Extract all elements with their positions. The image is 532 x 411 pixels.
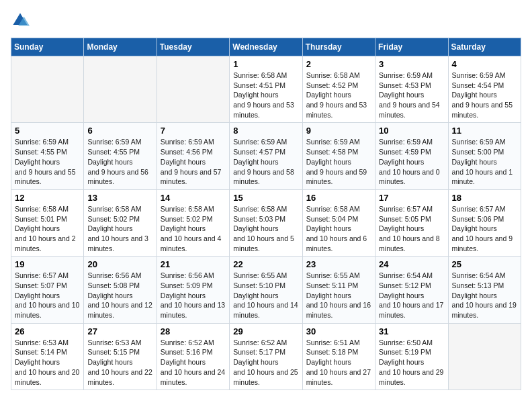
day-info: Sunrise: 6:59 AM Sunset: 4:54 PM Dayligh… (452, 71, 517, 120)
calendar-week-row: 19 Sunrise: 6:57 AM Sunset: 5:07 PM Dayl… (11, 257, 521, 323)
weekday-header-thursday: Thursday (302, 38, 375, 56)
day-number: 9 (306, 126, 371, 136)
day-number: 27 (87, 326, 152, 336)
calendar-week-row: 12 Sunrise: 6:58 AM Sunset: 5:01 PM Dayl… (11, 189, 521, 256)
day-info: Sunrise: 6:58 AM Sunset: 5:02 PM Dayligh… (87, 204, 152, 253)
day-number: 29 (233, 326, 298, 336)
calendar-cell: 21 Sunrise: 6:56 AM Sunset: 5:09 PM Dayl… (157, 257, 229, 323)
calendar-cell: 16 Sunrise: 6:58 AM Sunset: 5:04 PM Dayl… (302, 189, 375, 256)
day-info: Sunrise: 6:51 AM Sunset: 5:18 PM Dayligh… (306, 338, 371, 387)
page-header (11, 11, 521, 30)
day-number: 11 (452, 126, 517, 136)
calendar-cell: 31 Sunrise: 6:50 AM Sunset: 5:19 PM Dayl… (375, 323, 448, 390)
calendar-cell: 8 Sunrise: 6:59 AM Sunset: 4:57 PM Dayli… (230, 123, 302, 189)
day-number: 17 (379, 193, 444, 203)
calendar-cell: 14 Sunrise: 6:58 AM Sunset: 5:02 PM Dayl… (157, 189, 229, 256)
logo-icon (11, 11, 30, 30)
day-number: 22 (233, 259, 298, 269)
day-number: 3 (379, 59, 444, 69)
day-info: Sunrise: 6:56 AM Sunset: 5:09 PM Dayligh… (161, 271, 226, 320)
day-info: Sunrise: 6:59 AM Sunset: 4:53 PM Dayligh… (379, 71, 444, 120)
day-number: 25 (452, 259, 517, 269)
day-number: 5 (15, 126, 80, 136)
weekday-header-row: SundayMondayTuesdayWednesdayThursdayFrid… (11, 38, 521, 56)
day-info: Sunrise: 6:59 AM Sunset: 4:59 PM Dayligh… (379, 137, 444, 186)
calendar-cell: 29 Sunrise: 6:52 AM Sunset: 5:17 PM Dayl… (230, 323, 302, 390)
day-info: Sunrise: 6:59 AM Sunset: 4:58 PM Dayligh… (306, 137, 371, 186)
calendar-cell: 5 Sunrise: 6:59 AM Sunset: 4:55 PM Dayli… (11, 123, 84, 189)
calendar-cell: 30 Sunrise: 6:51 AM Sunset: 5:18 PM Dayl… (302, 323, 375, 390)
calendar-week-row: 5 Sunrise: 6:59 AM Sunset: 4:55 PM Dayli… (11, 123, 521, 189)
day-info: Sunrise: 6:58 AM Sunset: 5:01 PM Dayligh… (15, 204, 80, 253)
day-info: Sunrise: 6:57 AM Sunset: 5:05 PM Dayligh… (379, 204, 444, 253)
day-number: 24 (379, 259, 444, 269)
day-number: 19 (15, 259, 80, 269)
calendar-cell: 7 Sunrise: 6:59 AM Sunset: 4:56 PM Dayli… (157, 123, 229, 189)
calendar-cell (11, 56, 84, 123)
day-number: 8 (233, 126, 298, 136)
weekday-header-saturday: Saturday (448, 38, 521, 56)
logo (11, 11, 32, 30)
day-number: 31 (379, 326, 444, 336)
day-number: 26 (15, 326, 80, 336)
day-number: 18 (452, 193, 517, 203)
day-number: 21 (161, 259, 226, 269)
calendar-cell: 2 Sunrise: 6:58 AM Sunset: 4:52 PM Dayli… (302, 56, 375, 123)
calendar-cell: 19 Sunrise: 6:57 AM Sunset: 5:07 PM Dayl… (11, 257, 84, 323)
day-info: Sunrise: 6:58 AM Sunset: 5:04 PM Dayligh… (306, 204, 371, 253)
calendar-table: SundayMondayTuesdayWednesdayThursdayFrid… (11, 38, 521, 390)
day-number: 10 (379, 126, 444, 136)
day-number: 1 (233, 59, 298, 69)
day-info: Sunrise: 6:58 AM Sunset: 4:52 PM Dayligh… (306, 71, 371, 120)
day-number: 23 (306, 259, 371, 269)
calendar-cell (448, 323, 521, 390)
calendar-cell (84, 56, 157, 123)
calendar-cell: 3 Sunrise: 6:59 AM Sunset: 4:53 PM Dayli… (375, 56, 448, 123)
day-number: 20 (87, 259, 152, 269)
calendar-cell (157, 56, 229, 123)
day-number: 30 (306, 326, 371, 336)
calendar-cell: 17 Sunrise: 6:57 AM Sunset: 5:05 PM Dayl… (375, 189, 448, 256)
day-info: Sunrise: 6:50 AM Sunset: 5:19 PM Dayligh… (379, 338, 444, 387)
day-info: Sunrise: 6:58 AM Sunset: 4:51 PM Dayligh… (233, 71, 298, 120)
day-info: Sunrise: 6:58 AM Sunset: 5:03 PM Dayligh… (233, 204, 298, 253)
day-info: Sunrise: 6:59 AM Sunset: 5:00 PM Dayligh… (452, 137, 517, 186)
weekday-header-wednesday: Wednesday (230, 38, 302, 56)
calendar-cell: 11 Sunrise: 6:59 AM Sunset: 5:00 PM Dayl… (448, 123, 521, 189)
day-info: Sunrise: 6:53 AM Sunset: 5:14 PM Dayligh… (15, 338, 80, 387)
day-info: Sunrise: 6:59 AM Sunset: 4:55 PM Dayligh… (15, 137, 80, 186)
day-info: Sunrise: 6:58 AM Sunset: 5:02 PM Dayligh… (161, 204, 226, 253)
calendar-cell: 15 Sunrise: 6:58 AM Sunset: 5:03 PM Dayl… (230, 189, 302, 256)
day-info: Sunrise: 6:57 AM Sunset: 5:06 PM Dayligh… (452, 204, 517, 253)
calendar-cell: 24 Sunrise: 6:54 AM Sunset: 5:12 PM Dayl… (375, 257, 448, 323)
calendar-cell: 13 Sunrise: 6:58 AM Sunset: 5:02 PM Dayl… (84, 189, 157, 256)
weekday-header-sunday: Sunday (11, 38, 84, 56)
weekday-header-monday: Monday (84, 38, 157, 56)
day-info: Sunrise: 6:59 AM Sunset: 4:55 PM Dayligh… (87, 137, 152, 186)
calendar-cell: 9 Sunrise: 6:59 AM Sunset: 4:58 PM Dayli… (302, 123, 375, 189)
weekday-header-tuesday: Tuesday (157, 38, 229, 56)
day-info: Sunrise: 6:54 AM Sunset: 5:13 PM Dayligh… (452, 271, 517, 320)
calendar-week-row: 1 Sunrise: 6:58 AM Sunset: 4:51 PM Dayli… (11, 56, 521, 123)
weekday-header-friday: Friday (375, 38, 448, 56)
day-info: Sunrise: 6:57 AM Sunset: 5:07 PM Dayligh… (15, 271, 80, 320)
day-info: Sunrise: 6:53 AM Sunset: 5:15 PM Dayligh… (87, 338, 152, 387)
day-info: Sunrise: 6:55 AM Sunset: 5:10 PM Dayligh… (233, 271, 298, 320)
day-number: 13 (87, 193, 152, 203)
day-number: 6 (87, 126, 152, 136)
day-number: 28 (161, 326, 226, 336)
day-number: 12 (15, 193, 80, 203)
day-info: Sunrise: 6:52 AM Sunset: 5:17 PM Dayligh… (233, 338, 298, 387)
day-info: Sunrise: 6:52 AM Sunset: 5:16 PM Dayligh… (161, 338, 226, 387)
day-info: Sunrise: 6:59 AM Sunset: 4:56 PM Dayligh… (161, 137, 226, 186)
day-number: 16 (306, 193, 371, 203)
calendar-cell: 20 Sunrise: 6:56 AM Sunset: 5:08 PM Dayl… (84, 257, 157, 323)
day-info: Sunrise: 6:56 AM Sunset: 5:08 PM Dayligh… (87, 271, 152, 320)
calendar-cell: 27 Sunrise: 6:53 AM Sunset: 5:15 PM Dayl… (84, 323, 157, 390)
calendar-cell: 18 Sunrise: 6:57 AM Sunset: 5:06 PM Dayl… (448, 189, 521, 256)
day-info: Sunrise: 6:55 AM Sunset: 5:11 PM Dayligh… (306, 271, 371, 320)
day-number: 2 (306, 59, 371, 69)
calendar-week-row: 26 Sunrise: 6:53 AM Sunset: 5:14 PM Dayl… (11, 323, 521, 390)
day-number: 4 (452, 59, 517, 69)
calendar-cell: 23 Sunrise: 6:55 AM Sunset: 5:11 PM Dayl… (302, 257, 375, 323)
